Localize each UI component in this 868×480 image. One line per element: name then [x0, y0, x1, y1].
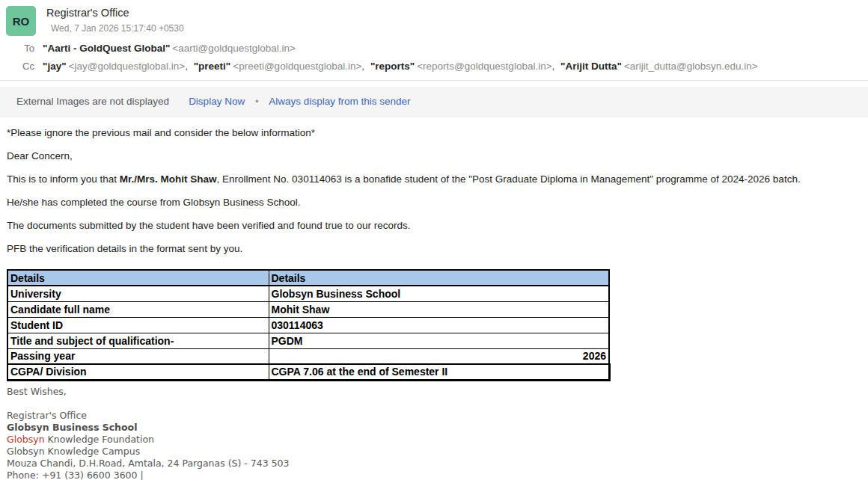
signature-foundation-red: Globsyn	[7, 434, 45, 445]
to-row: To "Aarti - GoldQuest Global"<aarti@gold…	[0, 43, 868, 54]
recipient-name: "reports"	[370, 61, 415, 72]
recipient: "reports"<reports@goldquestglobal.in>,	[370, 61, 557, 72]
table-cell-label: Title and subject of qualification-	[7, 333, 269, 348]
recipient: "Arijit Dutta"<arijit_dutta@globsyn.edu.…	[560, 61, 758, 72]
sender-avatar[interactable]: RO	[6, 6, 36, 36]
table-row: Title and subject of qualification- PGDM	[7, 333, 609, 348]
email-header: RO Registrar's Office Wed, 7 Jan 2026 15…	[0, 0, 868, 36]
banner-message: External Images are not displayed	[16, 96, 169, 107]
dot-separator-icon: •	[255, 96, 258, 107]
to-label: To	[0, 43, 34, 54]
table-cell-label: University	[7, 286, 269, 301]
table-cell-value: Mohit Shaw	[269, 301, 609, 317]
table-header-row: Details Details	[7, 270, 609, 286]
email-signature: Best Wishes, Registrar's Office Globsyn …	[7, 386, 868, 480]
table-row: University Globsyn Business School	[7, 286, 609, 301]
table-row: CGPA/ Division CGPA 7.06 at the end of S…	[7, 364, 609, 380]
always-display-link[interactable]: Always display from this sender	[269, 96, 410, 107]
signature-closing: Best Wishes,	[7, 386, 868, 398]
table-cell-value: 030114063	[269, 317, 609, 333]
recipient-name: "Arijit Dutta"	[560, 61, 622, 72]
paragraph-inform: This is to inform you that Mr./Mrs. Mohi…	[7, 173, 868, 185]
cc-label: Cc	[0, 61, 34, 72]
table-cell-value: Globsyn Business School	[269, 286, 609, 301]
signature-address: Mouza Chandi, D.H.Road, Amtala, 24 Parga…	[7, 458, 868, 470]
recipient-email: <aarti@goldquestglobal.in>	[172, 43, 296, 54]
recipient: "jay"<jay@goldquestglobal.in>,	[43, 61, 191, 72]
sent-date: Wed, 7 Jan 2026 15:17:40 +0530	[51, 23, 184, 34]
cc-recipients: "jay"<jay@goldquestglobal.in>, "preeti"<…	[43, 61, 758, 72]
table-cell-label: Passing year	[7, 348, 269, 364]
recipient: "Aarti - GoldQuest Global"<aarti@goldque…	[43, 43, 296, 54]
paragraph-notice: *Please ignore the previous mail and con…	[7, 126, 868, 139]
recipient: "preeti"<preeti@goldquestglobal.in>,	[194, 61, 367, 72]
recipient-email: <jay@goldquestglobal.in>	[69, 61, 186, 72]
sender-name: Registrar's Office	[46, 6, 184, 19]
signature-foundation-rest: Knowledge Foundation	[45, 434, 154, 445]
inform-prefix: This is to inform you that	[7, 173, 120, 185]
recipient-name: "Aarti - GoldQuest Global"	[43, 43, 170, 54]
inform-suffix: , Enrollment No. 030114063 is a bonafide…	[217, 173, 801, 185]
table-cell-label: Candidate full name	[7, 301, 269, 317]
student-name-bold: Mr./Mrs. Mohit Shaw	[120, 173, 217, 185]
table-row: Candidate full name Mohit Shaw	[7, 301, 609, 317]
header-divider	[0, 80, 868, 81]
table-header-cell: Details	[7, 270, 269, 286]
verification-table: Details Details University Globsyn Busin…	[7, 269, 611, 381]
signature-office: Registrar's Office	[7, 410, 868, 422]
table-row: Passing year 2026	[7, 348, 609, 364]
signature-campus: Globsyn Knowledge Campus	[7, 446, 868, 458]
table-cell-label: CGPA/ Division	[7, 364, 269, 380]
signature-foundation: Globsyn Knowledge Foundation	[7, 434, 868, 446]
paragraph-verified: The documents submitted by the student h…	[7, 219, 868, 232]
recipient-separator: ,	[552, 61, 555, 72]
cc-row: Cc "jay"<jay@goldquestglobal.in>, "preet…	[0, 61, 868, 72]
email-body: *Please ignore the previous mail and con…	[0, 117, 868, 381]
table-cell-value: 2026	[269, 348, 609, 364]
table-row: Student ID 030114063	[7, 317, 609, 333]
sender-block: Registrar's Office Wed, 7 Jan 2026 15:17…	[46, 6, 184, 34]
to-recipients: "Aarti - GoldQuest Global"<aarti@goldque…	[43, 43, 296, 54]
recipient-name: "preeti"	[194, 61, 231, 72]
signature-phone: Phone: +91 (33) 6600 3600 |	[7, 470, 868, 480]
table-cell-value: CGPA 7.06 at the end of Semester II	[269, 364, 609, 380]
paragraph-completed: He/she has completed the course from Glo…	[7, 196, 868, 209]
external-images-banner: External Images are not displayed Displa…	[0, 87, 868, 117]
recipient-email: <reports@goldquestglobal.in>	[417, 61, 551, 72]
signature-school: Globsyn Business School	[7, 422, 868, 434]
paragraph-pfb: PFB the verification details in the form…	[7, 242, 868, 255]
table-cell-value: PGDM	[269, 333, 609, 348]
signature-gap	[7, 398, 868, 410]
recipient-name: "jay"	[43, 61, 67, 72]
recipient-separator: ,	[361, 61, 364, 72]
paragraph-salutation: Dear Concern,	[7, 150, 868, 162]
table-header-cell: Details	[269, 270, 609, 286]
recipient-separator: ,	[185, 61, 188, 72]
recipient-email: <arijit_dutta@globsyn.edu.in>	[624, 61, 758, 72]
avatar-initials: RO	[13, 15, 30, 28]
display-now-link[interactable]: Display Now	[189, 96, 245, 107]
recipient-email: <preeti@goldquestglobal.in>	[233, 61, 361, 72]
table-cell-label: Student ID	[7, 317, 269, 333]
